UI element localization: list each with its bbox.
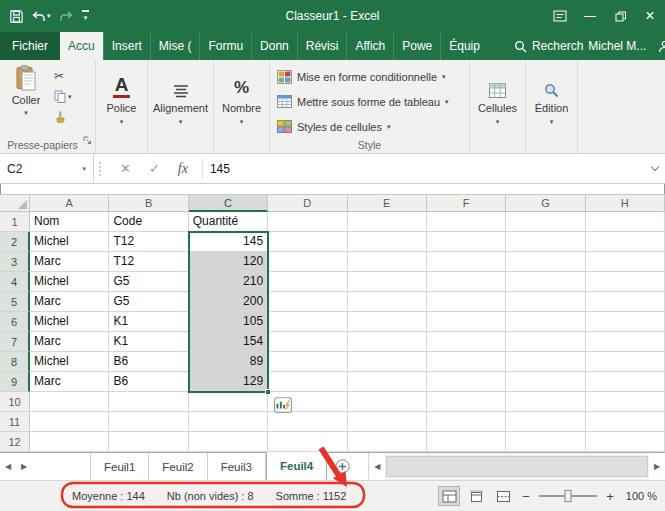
cell-a2[interactable]: Michel xyxy=(30,232,109,252)
tab-power[interactable]: Powe xyxy=(393,32,440,60)
cell-a9[interactable]: Marc xyxy=(30,372,109,392)
cell[interactable] xyxy=(586,252,665,272)
format-painter-button[interactable] xyxy=(54,110,72,125)
cell[interactable] xyxy=(109,432,188,452)
tab-donnees[interactable]: Donn xyxy=(251,32,297,60)
cell-a3[interactable]: Marc xyxy=(30,252,109,272)
conditional-formatting-button[interactable]: Mise en forme conditionnelle ▾ xyxy=(277,64,465,89)
cell-b2[interactable]: T12 xyxy=(109,232,188,252)
row-header[interactable]: 4 xyxy=(0,272,30,292)
row-header[interactable]: 7 xyxy=(0,332,30,352)
cut-button[interactable]: ✂ xyxy=(54,68,72,83)
cell[interactable] xyxy=(506,432,585,452)
scrollbar-thumb[interactable] xyxy=(386,456,648,477)
cell-b4[interactable]: G5 xyxy=(109,272,188,292)
cell-styles-button[interactable]: Styles de cellules ▾ xyxy=(277,114,465,139)
cell[interactable] xyxy=(506,252,585,272)
cell[interactable] xyxy=(506,272,585,292)
cell[interactable] xyxy=(427,412,506,432)
cell-c2-active[interactable]: 145 xyxy=(189,232,268,252)
cell-b7[interactable]: K1 xyxy=(109,332,188,352)
page-break-view-button[interactable] xyxy=(493,487,513,505)
sheet-nav-left-icon[interactable]: ◀ xyxy=(0,453,16,480)
sheet-tab-feuil3[interactable]: Feuil3 xyxy=(208,453,266,480)
cell[interactable] xyxy=(30,432,109,452)
normal-view-button[interactable] xyxy=(439,487,459,505)
column-header-e[interactable]: E xyxy=(348,194,427,212)
cell[interactable] xyxy=(427,212,506,232)
cell[interactable] xyxy=(268,252,347,272)
share-button[interactable]: Partager xyxy=(651,32,665,60)
column-header-b[interactable]: B xyxy=(109,194,188,212)
cell[interactable] xyxy=(109,412,188,432)
cell[interactable] xyxy=(268,292,347,312)
tab-affichage[interactable]: Affich xyxy=(346,32,393,60)
scroll-left-icon[interactable]: ◀ xyxy=(369,453,385,480)
column-header-g[interactable]: G xyxy=(506,194,585,212)
scroll-right-icon[interactable]: ▶ xyxy=(649,453,665,480)
cell[interactable] xyxy=(427,312,506,332)
cell[interactable] xyxy=(268,212,347,232)
cell[interactable] xyxy=(506,292,585,312)
row-header[interactable]: 1 xyxy=(0,212,30,232)
tab-equipe[interactable]: Équip xyxy=(440,32,488,60)
row-header[interactable]: 11 xyxy=(0,412,30,432)
zoom-slider[interactable] xyxy=(539,495,597,497)
tab-accueil[interactable]: Accu xyxy=(60,32,103,60)
column-header-h[interactable]: H xyxy=(586,194,665,212)
cancel-button[interactable]: ✕ xyxy=(120,161,131,176)
cell-c4[interactable]: 210 xyxy=(189,272,268,292)
editing-group-button[interactable]: Édition ▾ xyxy=(528,63,575,137)
tab-formules[interactable]: Formu xyxy=(199,32,251,60)
sheet-tab-feuil4-active[interactable]: Feuil4 xyxy=(266,452,327,480)
cell[interactable] xyxy=(348,372,427,392)
cell[interactable] xyxy=(189,432,268,452)
column-header-d[interactable]: D xyxy=(268,194,347,212)
column-header-a[interactable]: A xyxy=(30,194,109,212)
row-header[interactable]: 3 xyxy=(0,252,30,272)
cell-c9[interactable]: 129 xyxy=(189,372,268,392)
cell[interactable] xyxy=(586,312,665,332)
scrollbar-track[interactable] xyxy=(385,453,649,480)
customize-quick-access-button[interactable]: ▾ xyxy=(82,10,89,22)
zoom-out-button[interactable]: − xyxy=(520,489,532,504)
cell[interactable] xyxy=(268,332,347,352)
undo-button[interactable]: ▾ xyxy=(32,11,51,22)
cell[interactable] xyxy=(506,352,585,372)
cell[interactable] xyxy=(427,432,506,452)
cell[interactable] xyxy=(506,392,585,412)
cell[interactable] xyxy=(268,232,347,252)
formula-input[interactable]: 145 xyxy=(203,154,645,183)
cell[interactable] xyxy=(427,332,506,352)
cell-a1[interactable]: Nom xyxy=(30,212,109,232)
select-all-button[interactable] xyxy=(0,194,30,212)
paste-button[interactable]: Coller ▾ xyxy=(4,65,48,116)
cell[interactable] xyxy=(427,352,506,372)
close-button[interactable]: × xyxy=(635,0,665,32)
cell-c1[interactable]: Quantité xyxy=(189,212,268,232)
cell-c6[interactable]: 105 xyxy=(189,312,268,332)
cell[interactable] xyxy=(506,212,585,232)
cell[interactable] xyxy=(348,272,427,292)
cell[interactable] xyxy=(348,332,427,352)
cell-c5[interactable]: 200 xyxy=(189,292,268,312)
sheet-nav-right-icon[interactable]: ▶ xyxy=(16,453,32,480)
name-box-resize-handle[interactable] xyxy=(99,162,103,176)
column-header-c[interactable]: C xyxy=(189,194,268,212)
row-header[interactable]: 12 xyxy=(0,432,30,452)
cell[interactable] xyxy=(268,372,347,392)
cell[interactable] xyxy=(348,212,427,232)
cell[interactable] xyxy=(348,412,427,432)
cell[interactable] xyxy=(268,352,347,372)
cell[interactable] xyxy=(586,412,665,432)
number-group-button[interactable]: % Nombre ▾ xyxy=(216,63,267,137)
cell[interactable] xyxy=(586,232,665,252)
cell-b5[interactable]: G5 xyxy=(109,292,188,312)
cell-a8[interactable]: Michel xyxy=(30,352,109,372)
cell[interactable] xyxy=(586,292,665,312)
cell[interactable] xyxy=(348,352,427,372)
chevron-down-icon[interactable]: ▾ xyxy=(82,165,86,173)
cell[interactable] xyxy=(348,232,427,252)
cell[interactable] xyxy=(268,412,347,432)
expand-formula-bar-button[interactable] xyxy=(645,154,665,183)
